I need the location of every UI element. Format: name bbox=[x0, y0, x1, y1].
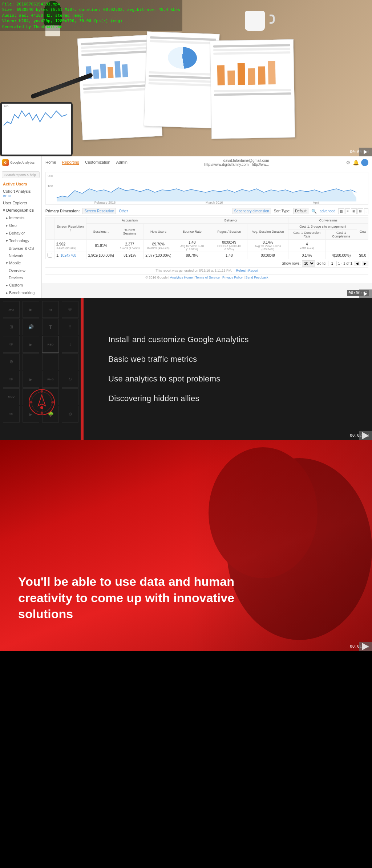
file-info-line3: Audio: aac, 44100 Hz, stereo (eng) bbox=[2, 13, 180, 18]
ga-pagination: Show rows: 10 Go to: 1 - 1 of 1 ◀ ▶ bbox=[45, 260, 368, 267]
ga-nav-customization[interactable]: Customization bbox=[85, 160, 110, 165]
ga-next-page-button[interactable]: ▶ bbox=[362, 261, 368, 266]
ga-refresh-link[interactable]: Refresh Report bbox=[236, 269, 258, 272]
ga-sidebar-browser-os-label: Browser & OS bbox=[9, 246, 34, 251]
ga-view-icon-2[interactable]: ≡ bbox=[345, 208, 350, 214]
ga-row1-sessions: 2,902(100.00%) bbox=[86, 252, 116, 259]
ga-chart-y-100: 100 bbox=[48, 184, 53, 188]
ga-col-bounce[interactable]: Bounce Rate bbox=[173, 224, 211, 240]
ga-col-pct-new[interactable]: % New Sessions bbox=[116, 224, 143, 240]
ga-sidebar-network-label: Network bbox=[9, 253, 23, 258]
ga-acquisition-header: Acquisition bbox=[86, 217, 173, 224]
tutorial-icon-play3: ▶ bbox=[23, 371, 39, 388]
ga-view-icon-4[interactable]: ⊟ bbox=[357, 208, 363, 214]
ga-play-button[interactable] bbox=[359, 289, 372, 298]
ga-search-icon[interactable]: 🔍 bbox=[311, 209, 317, 214]
tutorial-bullet-1 bbox=[102, 339, 104, 341]
svg-marker-20 bbox=[40, 411, 43, 415]
ga-sidebar-benchmarking[interactable]: ▸ Benchmarking bbox=[0, 289, 41, 297]
ga-col-new-users[interactable]: New Users bbox=[143, 224, 173, 240]
tutorial-icon-share: ⇪ bbox=[62, 319, 78, 335]
ga-sidebar-geo[interactable]: ▸ Geo bbox=[0, 222, 41, 229]
ga-copyright: © 2016 Google bbox=[145, 276, 167, 279]
ga-goto-input[interactable] bbox=[328, 261, 337, 266]
ga-view-icon-5[interactable]: ↓ bbox=[364, 208, 369, 214]
ga-col-sessions[interactable]: Sessions ↓ bbox=[86, 224, 116, 240]
tutorial-text-1: Install and customize Google Analytics bbox=[108, 335, 249, 344]
ga-col-pages[interactable]: Pages / Session bbox=[211, 224, 247, 240]
ga-play-icon bbox=[364, 292, 367, 296]
ga-analytics-home-link[interactable]: Analytics Home bbox=[170, 276, 193, 279]
tutorial-text-3: Use analytics to spot problems bbox=[108, 374, 221, 384]
motivational-play-button[interactable] bbox=[359, 642, 372, 651]
tutorial-icon-empty5 bbox=[62, 388, 78, 405]
ga-col-goa[interactable]: Goa bbox=[357, 224, 368, 240]
ga-col-conv-rate[interactable]: Goal 1 Conversion Rate bbox=[288, 230, 326, 240]
ga-sidebar-mobile[interactable]: ▾ Mobile bbox=[0, 259, 41, 267]
svg-rect-6 bbox=[217, 65, 225, 85]
ga-terms-link[interactable]: Terms of Service bbox=[195, 276, 220, 279]
ga-sidebar-devices[interactable]: Devices bbox=[0, 274, 41, 281]
ga-sidebar-user-explorer[interactable]: User Explorer bbox=[0, 199, 41, 207]
ga-top-nav: Home Reporting Customization Admin bbox=[45, 160, 128, 165]
ga-col-duration[interactable]: Avg. Session Duration bbox=[247, 224, 288, 240]
ga-sort-default[interactable]: Default bbox=[293, 208, 308, 214]
ga-total-duration-avg: 00:00:45 (-0.00:40: 0.30%) bbox=[213, 244, 245, 251]
ga-header: Home Reporting Customization Admin david… bbox=[42, 156, 372, 169]
svg-marker-18 bbox=[40, 389, 43, 393]
ga-nav-admin[interactable]: Admin bbox=[116, 160, 128, 165]
ga-sidebar-interests[interactable]: ▸ Interests bbox=[0, 214, 41, 222]
tutorial-icon-sound: 🔊 bbox=[23, 319, 39, 335]
ga-table-dimension-col[interactable]: Screen Resolution ↑ bbox=[54, 217, 86, 240]
ga-sidebar-network[interactable]: Network bbox=[0, 252, 41, 259]
ga-feedback-link[interactable]: Send Feedback bbox=[245, 276, 268, 279]
ga-search-bar[interactable]: Search reports & help bbox=[2, 171, 40, 178]
ga-sidebar-demographics[interactable]: ▾ Demographics bbox=[0, 207, 41, 214]
ga-sidebar-cohort[interactable]: Cohort Analysis BETA bbox=[0, 188, 41, 199]
ga-row1-dim-value[interactable]: 1024x768 bbox=[60, 253, 76, 257]
ga-secondary-dimension[interactable]: Secondary dimension bbox=[232, 208, 271, 214]
ga-data-table: Screen Resolution ↑ Acquisition Behavior… bbox=[45, 217, 368, 259]
ga-col-conv-comp[interactable]: Goal 1 Completions bbox=[326, 230, 357, 240]
red-accent-bar bbox=[81, 298, 84, 440]
ga-row1-check[interactable] bbox=[46, 252, 54, 259]
ga-advanced-link[interactable]: advanced bbox=[320, 209, 335, 213]
ga-row1-checkbox[interactable] bbox=[48, 253, 52, 257]
ga-sidebar-geo-label: ▸ Geo bbox=[6, 223, 17, 228]
tutorial-play-button[interactable] bbox=[359, 431, 372, 440]
ga-sidebar-active-users[interactable]: Active Users bbox=[0, 180, 41, 188]
ga-settings-icon[interactable]: ⚙ bbox=[346, 160, 351, 165]
ga-logo: G Google Analytics bbox=[0, 156, 41, 169]
ga-other-option[interactable]: Other bbox=[119, 209, 128, 213]
ga-row1-duration: 00:00:49 bbox=[247, 252, 288, 259]
ga-privacy-link[interactable]: Privacy Policy bbox=[222, 276, 243, 279]
svg-point-23 bbox=[209, 447, 318, 578]
motivational-content: You'll be able to use data and human cre… bbox=[0, 573, 254, 622]
ga-nav-home[interactable]: Home bbox=[45, 160, 56, 165]
ga-total-pct: 4.51% (64,382) bbox=[56, 246, 84, 249]
ga-logo-text: Google Analytics bbox=[10, 161, 35, 164]
ga-prev-page-button[interactable]: ◀ bbox=[354, 261, 360, 266]
tutorial-item-4: Discovering hidden allies bbox=[102, 394, 354, 403]
ga-sidebar-browser-os[interactable]: Browser & OS bbox=[0, 245, 41, 252]
ga-sidebar-overview[interactable]: Overview bbox=[0, 267, 41, 274]
ga-sidebar-custom[interactable]: ▸ Custom bbox=[0, 281, 41, 289]
ga-nav-reporting[interactable]: Reporting bbox=[62, 160, 79, 165]
ga-notification-icon[interactable]: 🔔 bbox=[353, 160, 359, 165]
ga-view-icon-1[interactable]: ▦ bbox=[338, 208, 344, 214]
ga-view-icon-3[interactable]: ⊞ bbox=[351, 208, 357, 214]
ga-rows-select[interactable]: 10 bbox=[302, 260, 315, 267]
tutorial-item-3: Use analytics to spot problems bbox=[102, 374, 354, 384]
tutorial-icon-jpg: JPG bbox=[3, 301, 20, 318]
ga-sidebar-technology[interactable]: ▾ Technology bbox=[0, 237, 41, 245]
svg-marker-19 bbox=[51, 401, 54, 404]
motivational-play-icon bbox=[362, 643, 369, 650]
ga-sidebar-behavior[interactable]: ▸ Behavior bbox=[0, 229, 41, 237]
ga-user-email: david.lafontaine@gmail.com bbox=[204, 159, 269, 163]
video-play-button-1[interactable] bbox=[359, 148, 372, 156]
file-info-line1: File: 20160706194303.mp4 bbox=[2, 1, 180, 7]
ga-screen-resolution-select[interactable]: Screen Resolution bbox=[82, 208, 116, 214]
file-info-line2: Size: 6930540 bytes (6.61 MiB), duration… bbox=[2, 7, 180, 12]
ga-row1-revenue: $0.0 bbox=[357, 252, 368, 259]
file-info-line5: Generated by Thumbnail.me bbox=[2, 24, 180, 29]
